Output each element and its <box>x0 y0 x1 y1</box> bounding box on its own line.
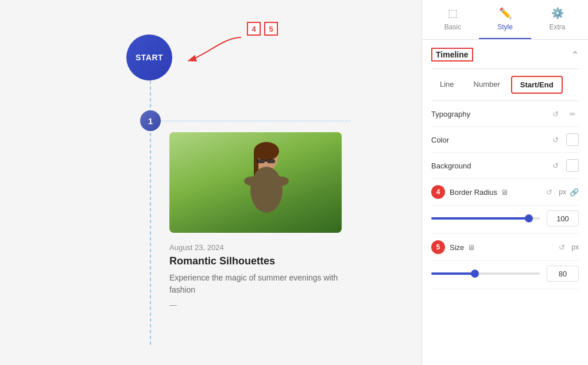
size-responsive-icon[interactable]: 🖥 <box>467 243 475 252</box>
border-radius-slider-thumb[interactable] <box>525 214 533 222</box>
canvas-area: 4 5 START 1 <box>0 0 421 365</box>
size-row: 5 Size 🖥 ↺ px <box>431 234 579 261</box>
border-radius-slider-fill <box>431 217 529 220</box>
post-title: Romantic Silhouettes <box>169 255 342 267</box>
size-slider-fill <box>431 272 475 275</box>
size-slider-thumb[interactable] <box>471 270 479 278</box>
background-reset-btn[interactable]: ↺ <box>549 159 562 172</box>
size-unit: px <box>571 243 579 251</box>
extra-icon: ⚙️ <box>551 7 564 20</box>
color-row: Color ↺ <box>431 127 579 153</box>
arrow-annotation <box>178 32 247 72</box>
color-swatch[interactable] <box>566 133 579 146</box>
person-silhouette <box>235 141 304 233</box>
background-row: Background ↺ <box>431 153 579 179</box>
typography-row: Typography ↺ ✏ <box>431 101 579 127</box>
collapse-chevron-icon[interactable]: ⌃ <box>571 49 579 60</box>
border-radius-slider-track[interactable] <box>431 217 540 220</box>
panel-body: Timeline ⌃ Line Number Start/End Typogra… <box>422 40 588 365</box>
size-reset-btn[interactable]: ↺ <box>555 241 568 253</box>
annotation-badge-5: 5 <box>264 22 278 36</box>
read-more: — <box>169 301 342 309</box>
color-actions: ↺ <box>549 133 579 146</box>
tab-basic-label: Basic <box>444 23 461 31</box>
post-date: August 23, 2024 <box>169 243 342 252</box>
basic-icon: ⬚ <box>448 7 458 20</box>
size-label-group: Size 🖥 <box>450 243 551 252</box>
sub-tab-startend[interactable]: Start/End <box>511 76 563 94</box>
svg-point-5 <box>244 176 260 186</box>
horizontal-dashed-line <box>161 121 350 121</box>
color-label: Color <box>431 136 449 144</box>
section-header: Timeline ⌃ <box>431 40 579 69</box>
size-slider-area <box>431 261 579 289</box>
background-swatch[interactable] <box>566 159 579 172</box>
sub-tab-line[interactable]: Line <box>431 76 463 94</box>
border-radius-row: 4 Border Radius 🖥 ↺ px 🔗 <box>431 179 579 206</box>
tab-style-label: Style <box>497 23 513 31</box>
tab-style[interactable]: ✏️ Style <box>479 0 531 39</box>
svg-point-4 <box>250 167 283 213</box>
section-title: Timeline <box>431 48 473 62</box>
border-radius-slider-area <box>431 206 579 234</box>
typography-actions: ↺ ✏ <box>549 107 579 120</box>
border-radius-unit: px <box>559 188 566 196</box>
tab-extra-label: Extra <box>549 23 565 31</box>
sub-tab-number[interactable]: Number <box>465 76 509 94</box>
size-slider-row <box>431 266 579 282</box>
badge-5-circle: 5 <box>431 240 445 254</box>
size-slider-track[interactable] <box>431 272 540 275</box>
typography-reset-btn[interactable]: ↺ <box>549 107 562 120</box>
post-description: Experience the magic of summer evenings … <box>169 272 342 296</box>
typography-edit-btn[interactable]: ✏ <box>566 107 579 120</box>
right-panel: ⬚ Basic ✏️ Style ⚙️ Extra Timeline ⌃ Lin… <box>421 0 588 365</box>
tab-basic[interactable]: ⬚ Basic <box>427 0 479 39</box>
border-radius-label-group: Border Radius 🖥 <box>450 188 538 197</box>
timeline-line <box>150 57 151 345</box>
sub-tabs: Line Number Start/End <box>431 69 579 101</box>
size-actions: ↺ px <box>555 241 579 253</box>
border-radius-value-input[interactable] <box>547 210 579 226</box>
number-circle: 1 <box>140 110 161 131</box>
tab-extra[interactable]: ⚙️ Extra <box>531 0 583 39</box>
size-value-input[interactable] <box>547 266 579 282</box>
link-icon[interactable]: 🔗 <box>570 188 579 197</box>
border-radius-slider-row <box>431 210 579 226</box>
annotation-badge-4: 4 <box>247 22 261 36</box>
panel-tabs: ⬚ Basic ✏️ Style ⚙️ Extra <box>422 0 588 40</box>
badge-4-circle: 4 <box>431 185 445 199</box>
size-label: Size <box>450 243 464 252</box>
color-reset-btn[interactable]: ↺ <box>549 133 562 146</box>
post-photo <box>169 132 342 233</box>
background-actions: ↺ <box>549 159 579 172</box>
border-radius-actions: ↺ px 🔗 <box>543 186 579 198</box>
typography-label: Typography <box>431 110 470 118</box>
start-circle[interactable]: START <box>126 34 172 80</box>
responsive-icon[interactable]: 🖥 <box>501 188 508 197</box>
svg-rect-8 <box>267 159 275 163</box>
svg-rect-7 <box>257 159 265 163</box>
border-radius-label: Border Radius <box>450 188 497 197</box>
border-radius-reset-btn[interactable]: ↺ <box>543 186 555 198</box>
content-card: August 23, 2024 Romantic Silhouettes Exp… <box>169 132 342 309</box>
style-icon: ✏️ <box>499 7 512 20</box>
svg-point-6 <box>273 176 289 186</box>
background-label: Background <box>431 162 471 170</box>
